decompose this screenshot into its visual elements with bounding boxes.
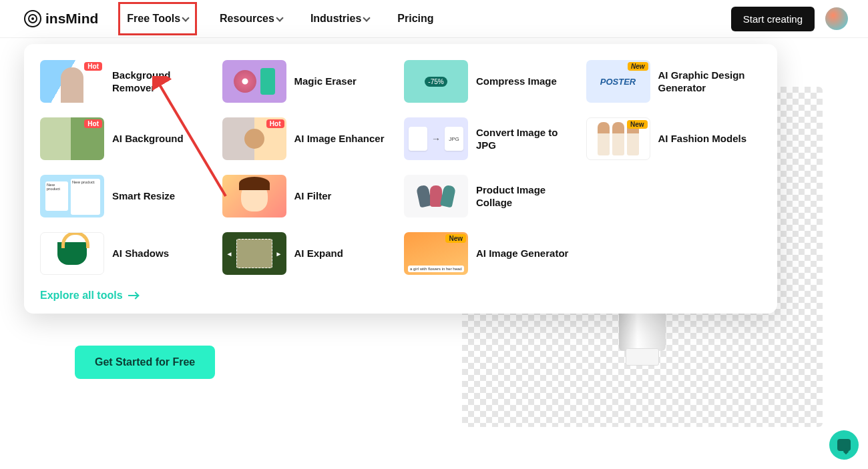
tool-label: AI Expand [294, 247, 343, 260]
tool-label: AI Filter [294, 189, 332, 203]
tool-thumb: →JPG [404, 117, 468, 160]
tool-label: Background Remover [112, 69, 212, 95]
tool-ai-filter[interactable]: AI Filter [222, 175, 398, 217]
nav-free-tools-label: Free Tools [127, 13, 180, 25]
tool-convert-jpg[interactable]: →JPG Convert Image to JPG [404, 117, 580, 160]
tool-thumb [404, 60, 468, 103]
tool-thumb: Hot [40, 117, 104, 160]
tool-thumb [222, 175, 286, 217]
tool-label: AI Background [112, 132, 184, 145]
explore-label: Explore all tools [40, 290, 123, 302]
explore-all-tools-link[interactable]: Explore all tools [40, 290, 138, 302]
main-nav: Free Tools Resources Industries Pricing [118, 2, 439, 35]
nav-resources-label: Resources [220, 13, 274, 25]
tool-label: AI Graphic Design Generator [658, 69, 758, 95]
free-tools-dropdown: Hot Background Remover Magic Eraser Comp… [24, 44, 777, 314]
tool-ai-image-generator[interactable]: New AI Image Generator [404, 232, 580, 275]
tool-thumb [222, 60, 286, 103]
nav-pricing-label: Pricing [397, 13, 433, 25]
tool-thumb [40, 175, 104, 217]
tool-label: Convert Image to JPG [476, 126, 576, 152]
tool-magic-eraser[interactable]: Magic Eraser [222, 60, 398, 103]
new-badge: New [627, 120, 648, 129]
nav-resources[interactable]: Resources [214, 9, 288, 29]
nav-pricing[interactable]: Pricing [392, 9, 439, 29]
tool-thumb [404, 175, 468, 217]
tool-label: AI Image Enhancer [294, 132, 385, 145]
nav-free-tools[interactable]: Free Tools [118, 2, 197, 35]
tool-thumb: Hot [40, 60, 104, 103]
tool-ai-background[interactable]: Hot AI Background [40, 117, 216, 160]
tool-product-collage[interactable]: Product Image Collage [404, 175, 580, 217]
arrow-right-icon [128, 295, 138, 296]
tool-label: Magic Eraser [294, 75, 357, 88]
new-badge: New [445, 234, 466, 243]
tool-label: AI Fashion Models [658, 132, 747, 145]
start-creating-button[interactable]: Start creating [731, 7, 815, 31]
tool-label: AI Shadows [112, 247, 169, 260]
tool-label: Compress Image [476, 75, 557, 88]
tool-thumb [40, 232, 104, 275]
tool-thumb: New [586, 117, 650, 160]
tool-thumb: New [404, 232, 468, 275]
tool-thumb: POSTER New [586, 60, 650, 103]
tool-label: Product Image Collage [476, 183, 576, 209]
new-badge: New [628, 62, 648, 71]
get-started-button[interactable]: Get Started for Free [75, 346, 215, 379]
hot-badge: Hot [84, 62, 102, 71]
tool-ai-graphic-design[interactable]: POSTER New AI Graphic Design Generator [586, 60, 762, 103]
nav-industries[interactable]: Industries [305, 9, 375, 29]
hot-badge: Hot [266, 119, 284, 128]
tool-compress-image[interactable]: Compress Image [404, 60, 580, 103]
chat-icon [837, 439, 851, 451]
tool-label: Smart Resize [112, 189, 175, 203]
tool-ai-enhancer[interactable]: Hot AI Image Enhancer [222, 117, 398, 160]
chevron-down-icon [363, 14, 371, 21]
tool-smart-resize[interactable]: Smart Resize [40, 175, 216, 217]
chat-launcher[interactable] [829, 430, 859, 460]
tool-ai-expand[interactable]: AI Expand [222, 232, 398, 275]
nav-industries-label: Industries [310, 13, 361, 25]
chevron-down-icon [276, 14, 283, 21]
tool-ai-fashion[interactable]: New AI Fashion Models [586, 117, 762, 160]
brand-name: insMind [45, 11, 98, 27]
tool-label: AI Image Generator [476, 247, 568, 260]
brand-logo[interactable]: insMind [24, 10, 98, 27]
tool-thumb [222, 232, 286, 275]
user-avatar[interactable] [825, 7, 848, 30]
brand-logo-icon [24, 10, 41, 27]
app-header: insMind Free Tools Resources Industries … [0, 0, 868, 38]
tool-thumb: Hot [222, 117, 286, 160]
hot-badge: Hot [84, 119, 102, 128]
tool-background-remover[interactable]: Hot Background Remover [40, 60, 216, 103]
chevron-down-icon [182, 14, 189, 21]
tool-ai-shadows[interactable]: AI Shadows [40, 232, 216, 275]
